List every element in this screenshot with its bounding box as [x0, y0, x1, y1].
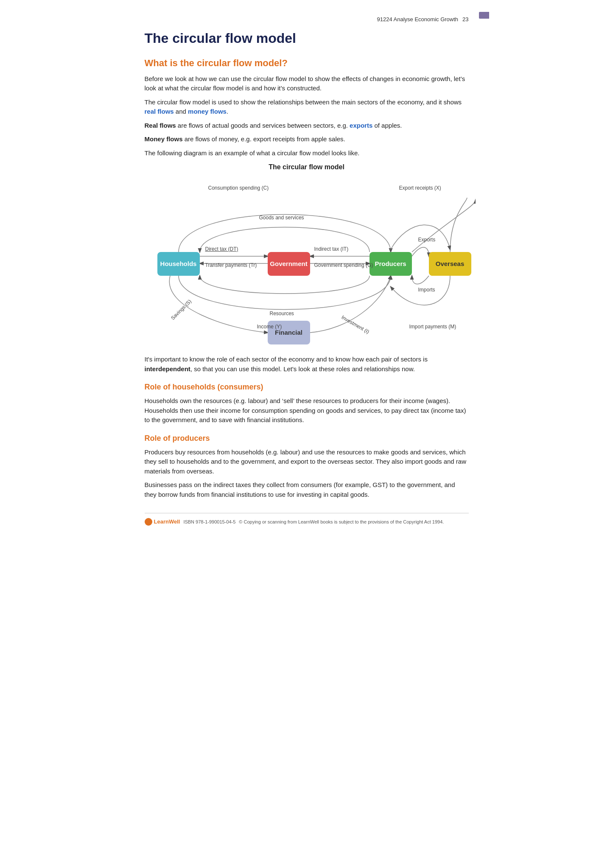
section4-title: Role of producers	[145, 433, 469, 444]
label-resources: Resources	[270, 310, 294, 317]
section3-title: Role of households (consumers)	[145, 381, 469, 393]
footer-isbn: ISBN 978-1-990015-04-5	[183, 518, 235, 526]
section1-para4: Money flows are flows of money, e.g. exp…	[145, 134, 469, 144]
page: 91224 Analyse Economic Growth 23 The cir…	[124, 0, 489, 546]
section2-body: It's important to know the role of each …	[145, 355, 469, 374]
page-tab	[479, 12, 489, 19]
header-text: 91224 Analyse Economic Growth	[377, 15, 459, 24]
learnwell-logo-icon	[145, 518, 152, 526]
page-header: 91224 Analyse Economic Growth 23	[145, 15, 469, 24]
section1-para2: The circular flow model is used to show …	[145, 98, 469, 117]
overseas-box: Overseas	[429, 252, 471, 276]
label-transfer-payments: Transfer payments (Tr)	[205, 261, 257, 269]
government-box: Government	[268, 252, 310, 276]
page-number: 23	[462, 15, 468, 24]
label-exports: Exports	[418, 236, 436, 244]
label-import-payments: Import payments (M)	[409, 323, 456, 330]
section3-body: Households own the resources (e.g. labou…	[145, 396, 469, 425]
section4-para1: Producers buy resources from households …	[145, 448, 469, 476]
households-box: Households	[157, 252, 200, 276]
label-goods-services: Goods and services	[259, 214, 304, 221]
footer: LearnWell ISBN 978-1-990015-04-5 © Copyi…	[145, 513, 469, 526]
section1-title: What is the circular flow model?	[145, 56, 469, 70]
footer-copyright: © Copying or scanning from LearnWell boo…	[239, 518, 444, 526]
money-flows-link: money flows	[188, 108, 227, 115]
footer-logo: LearnWell	[145, 518, 180, 526]
real-flows-link: real flows	[145, 108, 174, 115]
label-indirect-tax: Indirect tax (IT)	[314, 245, 349, 253]
money-flows-bold: Money flows	[145, 135, 183, 143]
direct-tax-text: Direct tax (DT)	[205, 246, 238, 252]
label-consumption: Consumption spending (C)	[208, 184, 269, 192]
real-flows-bold: Real flows	[145, 122, 176, 129]
label-imports: Imports	[418, 286, 435, 294]
section1-para3: Real flows are flows of actual goods and…	[145, 121, 469, 131]
producers-box: Producers	[369, 252, 412, 276]
section1-para5: The following diagram is an example of w…	[145, 148, 469, 158]
diagram-container: Households Government Producers Overseas…	[145, 176, 476, 355]
footer-logo-text: LearnWell	[154, 518, 180, 526]
label-direct-tax: Direct tax (DT)	[205, 245, 238, 253]
section4-para2: Businesses pass on the indirect taxes th…	[145, 480, 469, 499]
label-export-receipts: Export receipts (X)	[399, 184, 441, 192]
interdependent-word: interdependent	[145, 365, 190, 372]
label-gov-spending: Government spending (G)	[314, 261, 373, 269]
label-income: Income (Y)	[257, 323, 282, 330]
diagram-title: The circular flow model	[145, 162, 469, 172]
section1-para1: Before we look at how we can use the cir…	[145, 74, 469, 93]
main-title: The circular flow model	[145, 28, 469, 48]
exports-link: exports	[350, 122, 372, 129]
